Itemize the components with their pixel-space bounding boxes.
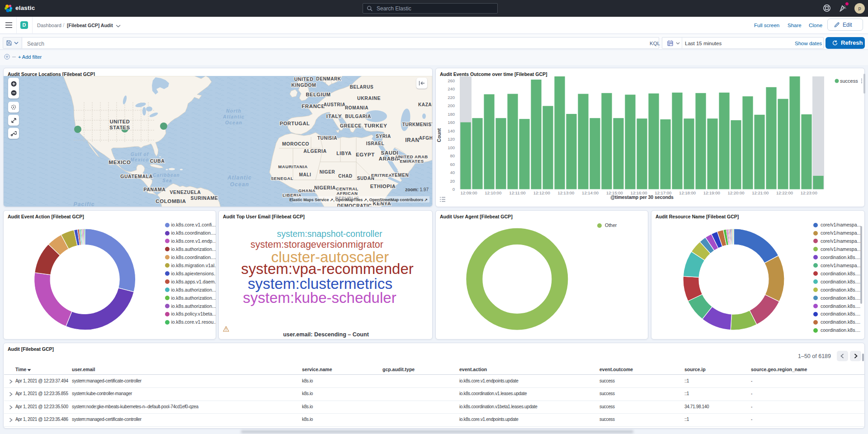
svg-text:12:14:00: 12:14:00 xyxy=(582,190,599,195)
svg-text:zoom: 1.97: zoom: 1.97 xyxy=(405,187,429,192)
svg-text:Caribbean: Caribbean xyxy=(153,173,180,178)
svg-text:NIGER: NIGER xyxy=(320,170,335,175)
svg-text:180: 180 xyxy=(448,112,455,117)
svg-text:60: 60 xyxy=(450,162,455,167)
svg-text:12:19:00: 12:19:00 xyxy=(703,190,720,195)
svg-text:NIGERIA: NIGERIA xyxy=(314,185,336,190)
svg-text:260: 260 xyxy=(448,78,455,83)
svg-text:12:20:00: 12:20:00 xyxy=(728,190,745,195)
svg-text:Count: Count xyxy=(436,128,442,142)
svg-text:BELARUS: BELARUS xyxy=(350,85,374,90)
svg-text:Pacific: Pacific xyxy=(73,201,94,207)
svg-text:MAURITANIA: MAURITANIA xyxy=(278,164,307,169)
svg-text:12:18:00: 12:18:00 xyxy=(679,190,696,195)
svg-text:40: 40 xyxy=(450,170,455,175)
svg-text:20: 20 xyxy=(450,179,455,184)
svg-text:TURKEY: TURKEY xyxy=(364,123,387,128)
svg-text:Ocean: Ocean xyxy=(225,120,242,125)
svg-text:TUNISIA: TUNISIA xyxy=(317,136,337,141)
svg-text:PORTUGAL: PORTUGAL xyxy=(280,121,310,126)
svg-text:VENEZUELA: VENEZUELA xyxy=(170,189,201,195)
svg-text:KAZAK: KAZAK xyxy=(418,102,432,107)
svg-text:DENMARK: DENMARK xyxy=(316,76,341,81)
svg-text:Atlantic: Atlantic xyxy=(222,114,245,119)
svg-text:GREECE: GREECE xyxy=(340,123,362,128)
svg-text:100: 100 xyxy=(448,145,455,150)
svg-text:success: success xyxy=(840,78,858,84)
svg-text:Sea: Sea xyxy=(162,178,172,183)
svg-text:12:11:00: 12:11:00 xyxy=(509,190,525,195)
svg-text:MEXICO: MEXICO xyxy=(109,160,131,165)
svg-text:ITALY: ITALY xyxy=(326,113,342,119)
svg-text:12:12:00: 12:12:00 xyxy=(533,190,550,195)
svg-text:MALI: MALI xyxy=(299,172,311,177)
svg-text:UNITED: UNITED xyxy=(294,76,314,82)
svg-text:80: 80 xyxy=(450,153,455,158)
svg-text:12:22:00: 12:22:00 xyxy=(776,190,793,195)
svg-text:SURINAME: SURINAME xyxy=(191,195,218,201)
svg-text:MOROCCO: MOROCCO xyxy=(282,141,309,146)
svg-text:ROMANIA: ROMANIA xyxy=(345,105,368,110)
svg-text:ETHIOPIA: ETHIOPIA xyxy=(370,184,396,189)
svg-text:Elastic Maps Service ↗, OpenMa: Elastic Maps Service ↗, OpenMapTiles ↗, … xyxy=(289,198,428,202)
svg-text:BELGIUM: BELGIUM xyxy=(306,92,331,97)
svg-text:CHAD: CHAD xyxy=(338,174,352,179)
svg-text:EMIRATES: EMIRATES xyxy=(400,159,424,164)
svg-text:TURKMENISTA: TURKMENISTA xyxy=(402,122,432,127)
svg-text:PANAMA: PANAMA xyxy=(144,187,166,192)
svg-text:12:13:00: 12:13:00 xyxy=(557,190,574,195)
svg-text:12:23:00: 12:23:00 xyxy=(801,190,817,195)
svg-text:UKRAINE: UKRAINE xyxy=(357,95,381,101)
svg-text:120: 120 xyxy=(448,137,455,142)
svg-text:200: 200 xyxy=(448,103,455,108)
svg-text:AFGHA: AFGHA xyxy=(419,136,432,141)
svg-text:FRANCE: FRANCE xyxy=(302,104,325,109)
svg-text:SENEGAL: SENEGAL xyxy=(271,176,293,181)
svg-text:AUSTRIA: AUSTRIA xyxy=(324,102,346,107)
svg-text:ISRAEL: ISRAEL xyxy=(366,141,384,146)
svg-text:UNITED: UNITED xyxy=(110,119,130,124)
svg-text:ERITREA: ERITREA xyxy=(371,173,392,178)
svg-text:North: North xyxy=(226,108,241,113)
svg-text:Mexico: Mexico xyxy=(130,157,149,162)
svg-text:KINGDOM: KINGDOM xyxy=(292,82,316,88)
svg-text:220: 220 xyxy=(448,95,455,100)
svg-text:Gulf of: Gulf of xyxy=(131,152,149,157)
svg-text:12:09:00: 12:09:00 xyxy=(461,190,477,195)
svg-text:LIBYA: LIBYA xyxy=(336,151,352,156)
svg-text:DEMOCRATIC: DEMOCRATIC xyxy=(337,203,372,207)
svg-text:Atlantic: Atlantic xyxy=(227,175,252,181)
svg-text:GUATEMALA: GUATEMALA xyxy=(120,174,153,179)
svg-text:240: 240 xyxy=(448,86,455,91)
svg-text:CUBA: CUBA xyxy=(150,158,165,164)
svg-text:BULGARIA: BULGARIA xyxy=(345,114,371,119)
svg-text:140: 140 xyxy=(448,128,455,133)
svg-text:EGYPT: EGYPT xyxy=(356,152,375,157)
svg-text:YEMEN: YEMEN xyxy=(392,173,409,178)
svg-text:@timestamp per 30 seconds: @timestamp per 30 seconds xyxy=(610,194,674,200)
svg-text:160: 160 xyxy=(448,120,455,125)
svg-text:SYRIA: SYRIA xyxy=(376,134,391,139)
svg-text:12:21:00: 12:21:00 xyxy=(752,190,769,195)
svg-text:Ocean: Ocean xyxy=(230,181,250,188)
svg-text:0: 0 xyxy=(453,187,455,192)
svg-text:IRAN: IRAN xyxy=(405,137,420,143)
svg-text:STATES: STATES xyxy=(109,125,130,130)
svg-text:ALGERIA: ALGERIA xyxy=(303,148,326,154)
svg-text:COLOMBIA: COLOMBIA xyxy=(156,198,186,204)
svg-text:12:10:00: 12:10:00 xyxy=(485,190,501,195)
